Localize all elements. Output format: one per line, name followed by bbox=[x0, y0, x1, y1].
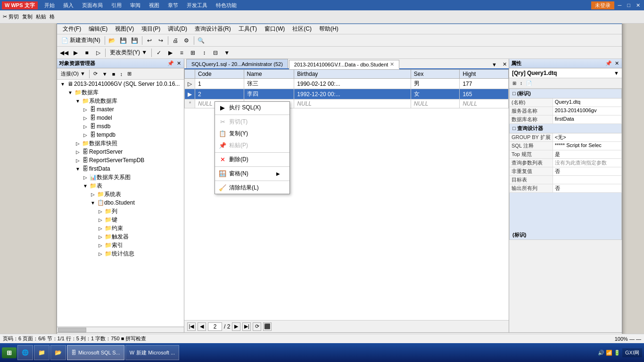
tree-item-system-db[interactable]: ▼ 📁 系统数据库 bbox=[57, 97, 184, 105]
taskbar-item-ie[interactable]: 🌐 bbox=[17, 345, 33, 360]
tb2-btn4[interactable]: ▷ bbox=[93, 48, 103, 58]
page-prev-btn[interactable]: ◀ bbox=[198, 322, 206, 331]
undo-btn[interactable]: ↩ bbox=[144, 36, 155, 45]
tree-item-server[interactable]: ▼ 🖥 2013-20141006GV (SQL Server 10.0.16.… bbox=[57, 80, 184, 88]
start-button[interactable]: ⊞ bbox=[2, 347, 17, 358]
tb2-run-btn[interactable]: ▶ bbox=[165, 48, 175, 58]
page-last-btn[interactable]: ▶| bbox=[242, 322, 251, 331]
print-btn[interactable]: 🖨 bbox=[170, 36, 181, 45]
tree-item-keys[interactable]: ▷ 📁 键 bbox=[57, 215, 184, 224]
tree-item-constraints[interactable]: ▷ 📁 约束 bbox=[57, 224, 184, 232]
wps-format-btn[interactable]: 格 bbox=[50, 13, 55, 20]
tab-sqlquery[interactable]: SQLQuery1.sql - 20...Administrator (52) bbox=[186, 59, 288, 68]
wps-menu-special[interactable]: 特色功能 bbox=[212, 1, 240, 10]
tb2-btn1[interactable]: ◀◀ bbox=[59, 48, 69, 58]
oe-sync-btn[interactable]: ↕ bbox=[118, 70, 124, 78]
taskbar-item-ssms[interactable]: 🗄 Microsoft SQL S... bbox=[67, 345, 124, 360]
tb2-diagram-btn[interactable]: ⊟ bbox=[210, 48, 221, 58]
menu-window[interactable]: 窗口(W) bbox=[261, 24, 289, 34]
oe-scrollbar-h[interactable] bbox=[57, 327, 184, 332]
cm-clear-results[interactable]: 🧹 清除结果(L) bbox=[215, 182, 289, 194]
props-sort-category-btn[interactable]: ⊞ bbox=[511, 80, 518, 87]
menu-edit[interactable]: 编辑(E) bbox=[85, 24, 111, 34]
tree-item-dbo-student[interactable]: ▼ 📋 dbo.Student bbox=[57, 198, 184, 207]
new-query-button[interactable]: 📄 新建查询(N) bbox=[59, 35, 103, 45]
tree-item-tables[interactable]: ▼ 📁 表 bbox=[57, 181, 184, 190]
tb2-verify-btn[interactable]: ✓ bbox=[154, 48, 164, 58]
wps-paste-btn[interactable]: 粘贴 bbox=[36, 13, 46, 20]
cm-cut[interactable]: ✂ 剪切(T) bbox=[215, 116, 289, 128]
tree-item-snapshots[interactable]: ▷ 📁 数据库快照 bbox=[57, 139, 184, 148]
tree-item-reporttempdb[interactable]: ▷ 🗄 ReportServerTempDB bbox=[57, 156, 184, 165]
page-refresh-btn[interactable]: ⟳ bbox=[253, 322, 261, 331]
props-dropdown-btn[interactable]: ▼ bbox=[614, 70, 619, 76]
tree-item-tempdb[interactable]: ▷ 🗄 tempdb bbox=[57, 131, 184, 139]
panel-pin-btn[interactable]: 📌 bbox=[166, 60, 175, 66]
cm-pane[interactable]: 🪟 窗格(N) ▶ bbox=[215, 168, 289, 180]
change-type-btn[interactable]: 更改类型(Y) ▼ bbox=[107, 48, 149, 58]
page-first-btn[interactable]: |◀ bbox=[187, 322, 196, 331]
save-btn[interactable]: 💾 bbox=[118, 36, 129, 45]
cm-execute-sql[interactable]: ▶ 执行 SQL(X) bbox=[215, 102, 289, 114]
menu-community[interactable]: 社区(C) bbox=[289, 24, 315, 34]
tree-item-columns[interactable]: ▷ 📁 列 bbox=[57, 207, 184, 215]
find-btn[interactable]: 🔍 bbox=[196, 36, 206, 45]
page-next-btn[interactable]: ▶ bbox=[232, 322, 240, 331]
menu-file[interactable]: 文件(F) bbox=[59, 24, 85, 34]
props-close-btn[interactable]: ✕ bbox=[614, 60, 620, 66]
wps-cut-btn[interactable]: ✂ 剪切 bbox=[3, 13, 19, 20]
tab-student-close[interactable]: ✕ bbox=[390, 61, 394, 67]
table-row[interactable]: ▷ 1 张三 1990-02-12 00:... 男 177 bbox=[185, 79, 509, 89]
wps-menu-dev[interactable]: 开发工具 bbox=[183, 1, 211, 10]
wps-menu-review[interactable]: 审阅 bbox=[126, 1, 144, 10]
panel-close-btn[interactable]: ✕ bbox=[176, 60, 182, 66]
tb2-sort-btn[interactable]: ↕ bbox=[199, 48, 209, 58]
tree-item-databases[interactable]: ▼ 📁 数据库 bbox=[57, 88, 184, 97]
taskbar-item-folder2[interactable]: 📂 bbox=[50, 345, 66, 360]
oe-scrollbar-thumb[interactable] bbox=[58, 328, 86, 332]
tree-item-sys-tables[interactable]: ▷ 📁 系统表 bbox=[57, 190, 184, 198]
wps-menu-view[interactable]: 视图 bbox=[145, 1, 163, 10]
tree-item-diagrams[interactable]: ▷ 📊 数据库关系图 bbox=[57, 173, 184, 181]
tab-close-all-btn[interactable]: ✕ bbox=[501, 61, 509, 67]
wps-menu-start[interactable]: 开始 bbox=[41, 1, 58, 10]
wps-logo[interactable]: W WPS 文字 bbox=[2, 1, 38, 9]
cm-delete[interactable]: ✕ 删除(D) bbox=[215, 154, 289, 165]
menu-query-designer[interactable]: 查询设计器(R) bbox=[191, 24, 235, 34]
open-file-btn[interactable]: 📂 bbox=[107, 36, 117, 45]
oe-stop-btn[interactable]: ■ bbox=[110, 70, 117, 78]
taskbar-item-wps[interactable]: W 新建 Microsoft ... bbox=[125, 345, 179, 360]
oe-filter-btn[interactable]: ▼ bbox=[100, 70, 109, 78]
save-all-btn[interactable]: 💾 bbox=[130, 36, 140, 45]
page-stop-btn[interactable]: ⬛ bbox=[263, 322, 272, 331]
oe-expand-btn[interactable]: ⊞ bbox=[125, 70, 133, 78]
tb2-btn2[interactable]: ▶ bbox=[70, 48, 81, 58]
oe-connect-btn[interactable]: 连接(O) ▼ bbox=[59, 69, 87, 78]
tree-item-firstdata[interactable]: ▼ 🗄 firstData bbox=[57, 165, 184, 173]
tree-item-master[interactable]: ▷ 🗄 master bbox=[57, 105, 184, 114]
wps-win-max[interactable]: □ bbox=[625, 2, 632, 8]
wps-win-close[interactable]: ✕ bbox=[634, 2, 642, 8]
tree-item-reportserver[interactable]: ▷ 🗄 ReportServer bbox=[57, 148, 184, 156]
oe-refresh-btn[interactable]: ⟳ bbox=[91, 70, 99, 78]
wps-menu-ref[interactable]: 引用 bbox=[107, 1, 125, 10]
menu-tools[interactable]: 工具(T) bbox=[235, 24, 261, 34]
wps-login-button[interactable]: 未登录 bbox=[591, 1, 614, 9]
tree-item-indexes[interactable]: ▷ 📁 索引 bbox=[57, 241, 184, 249]
menu-help[interactable]: 帮助(H) bbox=[315, 24, 342, 34]
tree-item-model[interactable]: ▷ 🗄 model bbox=[57, 114, 184, 122]
wps-menu-chapter[interactable]: 章节 bbox=[164, 1, 182, 10]
tb2-btn3[interactable]: ■ bbox=[82, 48, 92, 58]
redo-btn[interactable]: ↪ bbox=[156, 36, 166, 45]
properties-btn[interactable]: ⚙ bbox=[182, 36, 192, 45]
tb2-group-btn[interactable]: ≡ bbox=[176, 48, 187, 58]
tree-item-statistics[interactable]: ▷ 📁 统计信息 bbox=[57, 249, 184, 258]
menu-view[interactable]: 视图(V) bbox=[111, 24, 138, 34]
cm-paste[interactable]: 📌 粘贴(P) bbox=[215, 140, 289, 151]
wps-copy-btn[interactable]: 复制 bbox=[22, 13, 33, 20]
props-pin-btn[interactable]: 📌 bbox=[604, 60, 613, 66]
tree-item-triggers[interactable]: ▷ 📁 触发器 bbox=[57, 232, 184, 241]
taskbar-item-explorer[interactable]: 📁 bbox=[34, 345, 50, 360]
wps-win-min[interactable]: ─ bbox=[616, 2, 624, 8]
tab-student-data[interactable]: 2013-20141006GV.f...Data - dbo.Student ✕ bbox=[289, 60, 400, 69]
